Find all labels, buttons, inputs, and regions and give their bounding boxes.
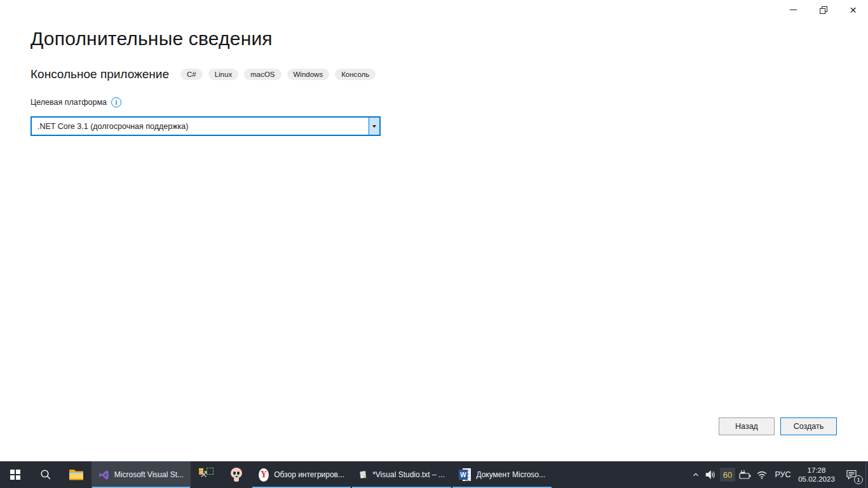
show-desktop-button[interactable] — [865, 461, 868, 488]
project-type-row: Консольное приложение C# Linux macOS Win… — [31, 67, 376, 81]
yandex-browser-icon: Y — [259, 468, 269, 482]
minimize-button[interactable] — [778, 0, 808, 20]
info-icon[interactable]: i — [111, 97, 121, 107]
tag-csharp: C# — [180, 69, 203, 80]
page-title: Дополнительные сведения — [31, 28, 273, 50]
create-button[interactable]: Создать — [780, 417, 837, 435]
taskbar-task-yandex-browser[interactable]: Y Обзор интегриров... — [252, 461, 351, 488]
target-framework-row: Целевая платформа i — [31, 97, 121, 107]
visual-studio-icon — [98, 468, 109, 482]
close-icon: ✕ — [850, 6, 857, 15]
clock[interactable]: 17:28 05.02.2023 — [796, 461, 837, 488]
language-indicator[interactable]: РУС — [770, 461, 796, 488]
target-framework-selected-value: .NET Core 3.1 (долгосрочная поддержка) — [32, 118, 369, 135]
minimize-icon — [790, 10, 797, 11]
folder-icon — [69, 468, 84, 481]
wifi-icon — [756, 470, 768, 480]
windows-start-icon — [10, 470, 20, 480]
isaac-baby-icon — [229, 468, 243, 482]
battery-percent-value: 60 — [723, 470, 732, 480]
network-button[interactable] — [754, 461, 770, 488]
notepad-icon — [358, 468, 367, 482]
chevron-down-icon — [372, 125, 376, 128]
restore-button[interactable] — [808, 0, 838, 20]
window-controls: ✕ — [778, 0, 868, 20]
taskbar-task-word[interactable]: W Документ Microso... — [452, 461, 552, 488]
system-tray: 60 РУС 17:28 05.02.2023 — [689, 461, 868, 488]
taskbar-task-game-editor[interactable]: ⚒ — [191, 461, 221, 488]
restore-icon — [820, 6, 827, 14]
tag-macos: macOS — [244, 69, 281, 80]
tray-date: 05.02.2023 — [798, 475, 835, 484]
game-editor-icon: ⚒ — [198, 467, 214, 482]
tag-linux: Linux — [208, 69, 239, 80]
volume-button[interactable] — [703, 461, 719, 488]
action-center-button[interactable]: 1 — [837, 461, 865, 488]
tray-time: 17:28 — [808, 466, 826, 475]
battery-percent-indicator[interactable]: 60 — [720, 468, 735, 482]
project-type-label: Консольное приложение — [31, 67, 169, 81]
word-icon: W — [459, 468, 471, 482]
taskbar-task-binding-of-isaac[interactable] — [221, 461, 252, 488]
file-explorer-button[interactable] — [61, 461, 92, 488]
select-dropdown-button[interactable] — [369, 118, 379, 135]
language-code: РУС — [775, 470, 790, 479]
search-button[interactable] — [31, 461, 61, 488]
task-label: Документ Microso... — [476, 470, 545, 479]
task-label: Обзор интегриров... — [274, 470, 344, 479]
search-icon — [40, 469, 51, 480]
taskbar-task-visual-studio[interactable]: Microsoft Visual St... — [92, 461, 191, 488]
taskbar-task-notepad[interactable]: *Visual Studio.txt – ... — [351, 461, 452, 488]
speaker-icon — [705, 470, 717, 480]
tag-windows: Windows — [287, 69, 330, 80]
battery-button[interactable] — [736, 461, 754, 488]
battery-charging-icon — [738, 470, 752, 480]
task-label: *Visual Studio.txt – ... — [372, 470, 445, 479]
back-button[interactable]: Назад — [719, 417, 775, 435]
taskbar: Microsoft Visual St... ⚒ Y Обзор интегри… — [0, 461, 868, 488]
notification-count-badge: 1 — [854, 475, 863, 484]
close-button[interactable]: ✕ — [838, 0, 868, 20]
start-button[interactable] — [0, 461, 31, 488]
target-framework-label: Целевая платформа — [31, 98, 107, 107]
show-hidden-icons-button[interactable] — [689, 461, 703, 488]
task-label: Microsoft Visual St... — [114, 470, 184, 479]
tag-console: Консоль — [335, 69, 376, 80]
tag-list: C# Linux macOS Windows Консоль — [180, 69, 376, 80]
target-framework-select[interactable]: .NET Core 3.1 (долгосрочная поддержка) — [31, 116, 381, 136]
chevron-up-icon — [691, 470, 700, 479]
